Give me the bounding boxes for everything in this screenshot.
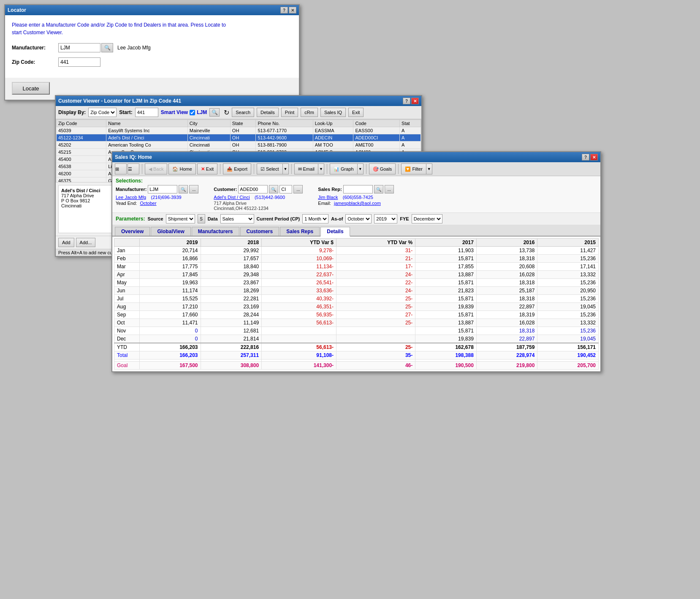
cv-print-btn[interactable]: Print <box>281 108 298 117</box>
cv-help-btn[interactable]: ? <box>403 98 410 104</box>
fye-select[interactable]: December <box>412 214 442 223</box>
fye-label: FYE <box>400 216 409 221</box>
tab-salesreps[interactable]: Sales Reps <box>280 227 320 236</box>
manufacturer-input[interactable] <box>58 43 100 52</box>
cv-refresh-btn[interactable]: ↻ <box>224 109 229 117</box>
siq-salesrep-input[interactable] <box>343 185 373 193</box>
cv-table-row[interactable]: 45039Easylift Systems IncMainevilleOH513… <box>57 127 421 134</box>
siq-close-btn[interactable]: ✕ <box>590 154 598 161</box>
smart-view-label: Smart View <box>161 109 188 115</box>
siq-mfg-name[interactable]: Lee Jacob Mfg <box>116 195 146 200</box>
siq-yead-end-row: Yead End: October <box>116 201 198 206</box>
smart-view-checkbox[interactable] <box>190 110 195 115</box>
source-s-btn[interactable]: S <box>198 214 205 223</box>
params-label: Parameters: <box>116 216 145 222</box>
cv-add2-btn[interactable]: Add... <box>76 238 96 247</box>
siq-yead-end-val[interactable]: October <box>140 201 156 206</box>
start-input[interactable] <box>135 108 158 117</box>
locator-instruction: Please enter a Manufacturer Code and/or … <box>12 21 292 36</box>
siq-goal-row: Goal167,500308,800141,300-46-190,500219,… <box>114 362 599 370</box>
siq-ytd-row: YTD166,203222,81656,613-25-162,678187,75… <box>114 343 599 351</box>
siq-manufacturer-input[interactable] <box>148 185 177 193</box>
siq-grid-btn[interactable]: ⊞ <box>115 163 127 174</box>
cv-close-btn[interactable]: ✕ <box>411 98 419 104</box>
smart-view-group: Smart View LJM 🔍 <box>161 108 220 117</box>
siq-table-row: Mar17,77518,84011,134-17-17,85520,60817,… <box>114 263 599 271</box>
locator-help-btn[interactable]: ? <box>280 7 288 14</box>
cv-table-row[interactable]: 45122-1234Adel's Dist / CinciCincinnatiO… <box>57 134 421 142</box>
cv-table-row[interactable]: 45202American Tooling CoCincinnatiOH513-… <box>57 142 421 149</box>
cp-select[interactable]: 1 Month <box>302 214 328 223</box>
cv-titlebar: Customer Viewer - Locator for LJM in Zip… <box>56 96 421 106</box>
manufacturer-search-btn[interactable]: 🔍 <box>101 43 113 52</box>
siq-salesrep-more-btn[interactable]: ... <box>385 185 394 193</box>
tab-manufacturers[interactable]: Manufacturers <box>192 227 239 236</box>
siq-select-btn[interactable]: ☑ Select <box>257 163 283 174</box>
col-city: City <box>187 120 230 127</box>
col-2018: 2018 <box>201 239 262 247</box>
cv-salesiq-btn[interactable]: Sales IQ <box>320 108 346 117</box>
siq-customer-name[interactable]: Adel's Dist / Cinci <box>214 195 250 200</box>
siq-salesrep-phone: (606)558-7425 <box>343 195 373 200</box>
display-by-select[interactable]: Zip Code <box>88 108 117 117</box>
siq-home-btn[interactable]: 🏠 Home <box>168 163 195 174</box>
siq-table-row: May19,96323,86726,541-22-15,87118,31815,… <box>114 279 599 287</box>
cv-add-btn[interactable]: Add <box>58 238 74 247</box>
display-by-label: Display By: <box>58 109 86 115</box>
siq-customer-info: Adel's Dist / Cinci (513)442-9600 <box>214 194 303 200</box>
source-select[interactable]: Shipment <box>166 214 195 223</box>
siq-email-label: Email: <box>318 201 331 206</box>
siq-filter-dropdown-btn[interactable]: ▼ <box>426 163 432 174</box>
asof-month-select[interactable]: October <box>345 214 372 223</box>
cv-search-icon-btn[interactable]: 🔍 <box>209 108 220 117</box>
locate-button[interactable]: Locate <box>12 82 50 95</box>
siq-select-dropdown-btn[interactable]: ▼ <box>283 163 289 174</box>
cv-crm-btn[interactable]: cRm <box>301 108 318 117</box>
siq-filter-btn[interactable]: 🔽 Filter <box>401 163 426 174</box>
tab-customers[interactable]: Customers <box>240 227 279 236</box>
siq-customer-code-input[interactable] <box>279 185 292 193</box>
goals-icon: 🎯 <box>373 166 379 172</box>
siq-mfg-phone: (216)696-3939 <box>151 195 182 200</box>
locator-close-btn[interactable]: ✕ <box>289 7 296 14</box>
siq-customer-input[interactable] <box>238 185 268 193</box>
siq-manufacturer-more-btn[interactable]: ... <box>189 185 198 193</box>
tab-details[interactable]: Details <box>320 227 350 237</box>
siq-salesrep-name[interactable]: Jim Black <box>318 195 338 200</box>
siq-email-val[interactable]: jamespblack@aol.com <box>334 201 381 206</box>
siq-manufacturer-search-btn[interactable]: 🔍 <box>179 185 188 193</box>
siq-back-btn[interactable]: ◀ Back <box>145 163 167 174</box>
siq-customer-search-btn[interactable]: 🔍 <box>269 185 278 193</box>
siq-graph-btn[interactable]: 📊 Graph <box>330 163 358 174</box>
cv-exit-btn[interactable]: Exit <box>348 108 364 117</box>
siq-customer-more-btn[interactable]: ... <box>293 185 303 193</box>
siq-table-body: Jan20,71429,9929,278-31-11,90313,73811,4… <box>114 247 599 370</box>
siq-salesrep-label: Sales Rep: <box>318 187 342 192</box>
cv-details-btn[interactable]: Details <box>257 108 279 117</box>
siq-select-group: ☑ Select ▼ <box>257 163 289 174</box>
asof-year-select[interactable]: 2019 <box>374 214 397 223</box>
tab-globalview[interactable]: GlobalView <box>151 227 190 236</box>
siq-list-btn[interactable]: ☰ <box>128 163 139 174</box>
siq-exit-btn[interactable]: ✕ Exit <box>197 163 217 174</box>
locator-title: Locator <box>8 7 26 13</box>
zipcode-input[interactable] <box>58 57 100 67</box>
siq-table-header: 2019 2018 YTD Var $ YTD Var % 2017 2016 … <box>114 239 599 247</box>
locator-titlebar: Locator ? ✕ <box>5 5 299 15</box>
siq-email-dropdown-btn[interactable]: ▼ <box>318 163 324 174</box>
cv-search-btn[interactable]: Search <box>232 108 254 117</box>
siq-goals-btn[interactable]: 🎯 Goals <box>369 163 396 174</box>
siq-salesrep-info: Jim Black (606)558-7425 <box>318 194 393 200</box>
zipcode-label: Zip Code: <box>12 59 58 65</box>
sep2 <box>220 164 220 174</box>
siq-help-btn[interactable]: ? <box>582 154 589 161</box>
siq-export-btn[interactable]: 📤 Export <box>223 163 251 174</box>
siq-salesrep-search-btn[interactable]: 🔍 <box>374 185 383 193</box>
siq-yead-end-label: Yead End: <box>116 201 137 206</box>
siq-graph-dropdown-btn[interactable]: ▼ <box>358 163 364 174</box>
siq-manufacturer-label: Manufacturer: <box>116 187 147 192</box>
tab-overview[interactable]: Overview <box>115 227 150 236</box>
siq-email-btn[interactable]: ✉ Email <box>294 163 319 174</box>
data-select[interactable]: Sales <box>220 214 254 223</box>
sales-iq-window: Sales IQ: Home ? ✕ ⊞ ☰ ◀ Back 🏠 Home ✕ E… <box>111 151 601 372</box>
